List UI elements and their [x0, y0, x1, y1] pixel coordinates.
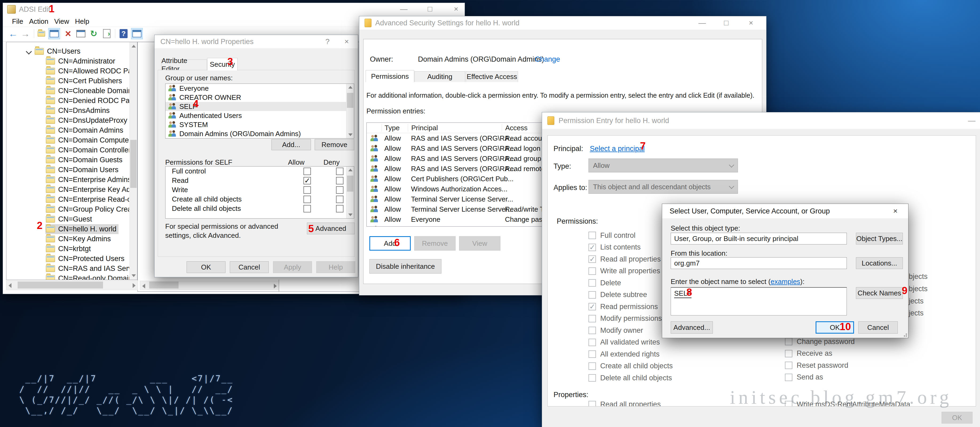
close-button[interactable]: × [887, 206, 904, 217]
tree-item[interactable]: CN=Cert Publishers [8, 76, 129, 86]
tree-item[interactable]: CN=Key Admins [8, 234, 129, 244]
show-action-pane-icon[interactable] [131, 28, 143, 39]
permissions-vscrollbar[interactable] [346, 167, 354, 218]
refresh-icon[interactable]: ↻ [88, 28, 100, 39]
group-item[interactable]: SYSTEM [165, 120, 354, 129]
tree-item[interactable]: CN=Domain Controllers [8, 145, 129, 155]
type-combobox[interactable]: Allow [589, 159, 738, 172]
permission-checkbox[interactable] [589, 315, 596, 322]
deny-checkbox[interactable] [336, 177, 344, 185]
permission-checkbox[interactable] [589, 303, 596, 311]
open-parent-folder-icon[interactable] [35, 28, 47, 39]
chevron-down-icon[interactable] [24, 49, 34, 54]
close-button[interactable]: × [339, 36, 354, 47]
permission-checkbox[interactable] [589, 244, 596, 251]
ok-button[interactable]: OK [186, 261, 226, 273]
resize-grip[interactable] [902, 332, 907, 337]
deny-checkbox[interactable] [336, 196, 344, 203]
examples-link[interactable]: examples [770, 277, 800, 285]
forward-icon[interactable]: → [19, 28, 31, 39]
close-button[interactable]: × [447, 3, 465, 15]
maximize-button[interactable]: □ [422, 3, 439, 15]
location-field[interactable]: org.gm7 [671, 257, 847, 269]
tree-item[interactable]: CN=Domain Guests [8, 155, 129, 165]
column-principal[interactable]: Principal [408, 124, 502, 132]
properties-icon[interactable] [75, 28, 87, 39]
permission-checkbox[interactable] [785, 374, 792, 381]
group-item[interactable]: Everyone [165, 84, 354, 93]
change-owner-link[interactable]: Change [535, 55, 560, 64]
permission-checkbox[interactable] [785, 362, 792, 369]
permission-checkbox[interactable] [785, 338, 792, 345]
tree-item[interactable]: CN=RAS and IAS Servers [8, 264, 129, 274]
maximize-button[interactable]: □ [718, 18, 735, 29]
tree-item[interactable]: CN=hello H. world [8, 224, 129, 234]
cancel-button[interactable]: Cancel [858, 321, 898, 334]
tree-item[interactable]: CN=Administrator [8, 56, 129, 66]
menu-item[interactable]: Help [75, 16, 95, 27]
advanced-button[interactable]: Advanced [307, 223, 355, 234]
deny-checkbox[interactable] [336, 205, 344, 212]
select-user-titlebar[interactable]: Select User, Computer, Service Account, … [662, 204, 908, 218]
tree-item[interactable]: CN=DnsAdmins [8, 106, 129, 116]
back-icon[interactable]: ← [7, 28, 19, 39]
tab-permissions[interactable]: Permissions [366, 70, 414, 82]
tree-item[interactable]: CN=Enterprise Admins [8, 175, 129, 185]
tree-item[interactable]: CN=Domain Users [8, 165, 129, 175]
tree-hscrollbar[interactable] [6, 280, 138, 290]
tree-vscrollbar[interactable] [129, 42, 137, 280]
add-button[interactable]: Add... [271, 139, 311, 150]
select-principal-link[interactable]: Select a principal [590, 145, 645, 153]
applies-to-combobox[interactable]: This object and all descendant objects [589, 180, 738, 194]
column-type[interactable]: Type [382, 124, 408, 132]
menu-item[interactable]: View [54, 16, 75, 27]
property-checkbox[interactable] [589, 401, 596, 407]
permission-checkbox[interactable] [589, 374, 596, 382]
minimize-button[interactable]: — [694, 18, 711, 29]
groups-vscrollbar[interactable] [346, 84, 354, 138]
ok-button[interactable]: OK [942, 412, 972, 424]
object-name-textarea[interactable]: SELF [671, 287, 847, 315]
permission-checkbox[interactable] [589, 255, 596, 263]
tree-item[interactable]: CN=Enterprise Read-only Dor [8, 194, 129, 204]
object-types-button[interactable]: Object Types... [856, 233, 903, 244]
permission-checkbox[interactable] [589, 327, 596, 334]
group-item[interactable]: Authenticated Users [165, 111, 354, 120]
apply-button[interactable]: Apply [273, 261, 312, 273]
help-button-bottom[interactable]: Help [316, 261, 355, 273]
tree-item[interactable]: CN=Users [8, 46, 129, 56]
tab-auditing[interactable]: Auditing [414, 71, 465, 82]
tree-item[interactable]: CN=Domain Admins [8, 126, 129, 135]
add-entry-button[interactable]: Add [369, 236, 411, 250]
permission-entry-titlebar[interactable]: Permission Entry for hello H. world [542, 112, 980, 129]
tree-item[interactable]: CN=Denied RODC Password R [8, 96, 129, 106]
permission-checkbox[interactable] [589, 232, 596, 239]
view-entry-button[interactable]: View [459, 236, 500, 250]
group-item[interactable]: Domain Admins (ORG\Domain Admins) [165, 129, 354, 138]
permission-checkbox[interactable] [589, 351, 596, 358]
minimize-button[interactable]: — [963, 115, 980, 126]
tree-item[interactable]: CN=Group Policy Creator Owr [8, 204, 129, 214]
allow-checkbox[interactable] [304, 177, 311, 185]
delete-icon[interactable]: × [62, 28, 74, 39]
allow-checkbox[interactable] [304, 186, 311, 194]
advanced-button[interactable]: Advanced... [671, 321, 713, 334]
export-list-icon[interactable]: › [100, 28, 112, 39]
tab-attribute-editor[interactable]: Attribute Editor [161, 59, 207, 70]
menu-item[interactable]: Action [29, 16, 54, 27]
permission-checkbox[interactable] [589, 339, 596, 346]
permission-checkbox[interactable] [785, 350, 792, 357]
tree-item[interactable]: CN=Enterprise Key Admins [8, 185, 129, 194]
help-icon[interactable]: ? [118, 28, 129, 39]
allow-checkbox[interactable] [304, 205, 311, 212]
remove-entry-button[interactable]: Remove [414, 236, 456, 250]
deny-checkbox[interactable] [336, 167, 344, 175]
close-button[interactable]: × [743, 18, 760, 29]
tree-item[interactable]: CN=Read-only Domain Contr [8, 274, 129, 280]
tree-item[interactable]: CN=Cloneable Domain Contro [8, 86, 129, 96]
cancel-button[interactable]: Cancel [230, 261, 269, 273]
permission-checkbox[interactable] [589, 268, 596, 275]
help-button[interactable]: ? [320, 36, 335, 47]
tab-effective-access[interactable]: Effective Access [466, 71, 518, 82]
tree-item[interactable]: CN=Allowed RODC Password R [8, 66, 129, 76]
